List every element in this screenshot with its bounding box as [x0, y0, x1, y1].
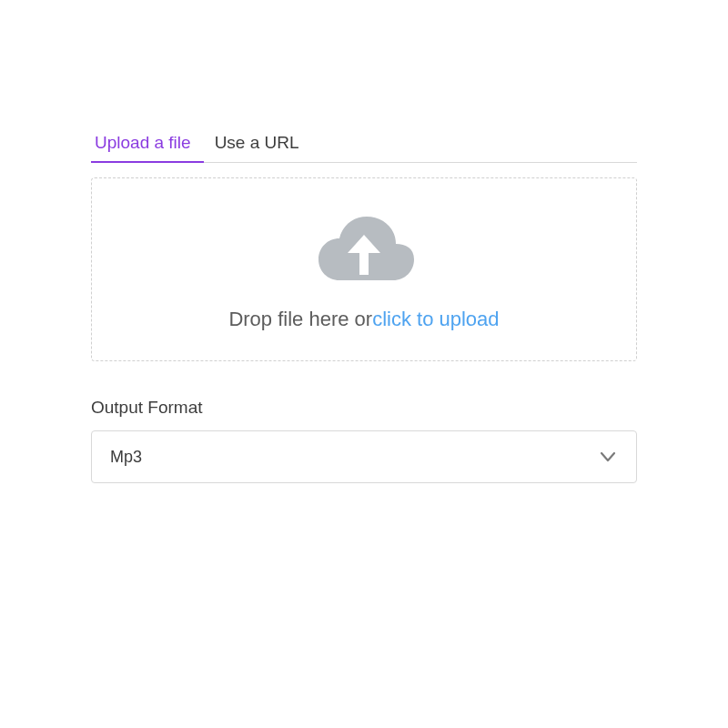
chevron-down-icon [598, 447, 618, 467]
tab-use-url[interactable]: Use a URL [211, 127, 312, 162]
dropzone-prefix: Drop file here or [228, 308, 372, 330]
dropzone-text: Drop file here orclick to upload [228, 308, 499, 331]
tabs: Upload a file Use a URL [91, 127, 637, 163]
output-format-label: Output Format [91, 398, 637, 418]
output-format-value: Mp3 [110, 448, 142, 467]
output-format-select[interactable]: Mp3 [91, 430, 637, 483]
click-to-upload-link[interactable]: click to upload [372, 308, 499, 330]
cloud-upload-icon [309, 200, 419, 291]
tab-upload-file[interactable]: Upload a file [91, 127, 204, 162]
file-dropzone[interactable]: Drop file here orclick to upload [91, 177, 637, 361]
